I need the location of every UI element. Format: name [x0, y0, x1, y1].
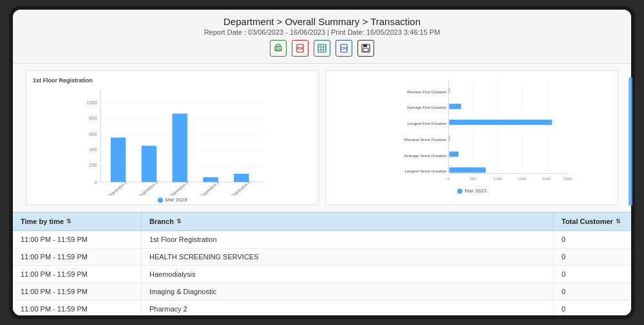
sort-time-icon[interactable]: ⇅	[66, 218, 71, 225]
td-time: 11:00 PM - 11:59 PM	[13, 283, 142, 300]
th-time: Time by time ⇅	[13, 212, 142, 230]
page-title: Department > Overall Summary > Transacti…	[26, 16, 618, 27]
svg-text:600: 600	[89, 131, 97, 137]
svg-text:CSV: CSV	[341, 47, 346, 50]
bar-chart: 0 200 400 600 800 1000	[33, 86, 312, 196]
scrollbar[interactable]	[629, 77, 631, 206]
legend-dot	[158, 198, 163, 203]
th-total-label: Total Customer	[562, 218, 613, 225]
header: Department > Overall Summary > Transacti…	[13, 10, 631, 64]
toolbar: PDF CSV	[26, 40, 618, 57]
charts-area: 1st Floor Registration 0 200 400	[13, 64, 631, 212]
horiz-chart-container: 0 500 1000 1500 2000 2500 Shortest First…	[325, 70, 618, 205]
svg-text:1000: 1000	[86, 100, 97, 106]
sort-total-icon[interactable]: ⇅	[616, 218, 621, 225]
svg-rect-57	[449, 120, 552, 125]
svg-rect-14	[363, 44, 367, 47]
svg-text:0: 0	[94, 180, 97, 185]
svg-rect-34	[173, 114, 187, 182]
svg-text:Registration 1: Registration 1	[108, 180, 128, 196]
print-button[interactable]	[270, 40, 287, 57]
td-time: 11:00 PM - 11:59 PM	[13, 248, 142, 265]
svg-text:0: 0	[448, 176, 450, 181]
svg-text:Shortest First Duration: Shortest First Duration	[407, 89, 447, 94]
device-frame: Department > Overall Summary > Transacti…	[13, 10, 631, 315]
svg-rect-63	[449, 167, 486, 172]
bar-chart-container: 1st Floor Registration 0 200 400	[26, 70, 319, 205]
table-row: 11:00 PM - 11:59 PM Pharmacy 2 0	[13, 301, 631, 315]
svg-rect-6	[318, 44, 326, 52]
svg-rect-53	[449, 88, 450, 93]
svg-rect-15	[363, 48, 368, 51]
table-header: Time by time ⇅ Branch ⇅ Total Customer ⇅	[13, 212, 631, 231]
svg-text:Longest First Duration: Longest First Duration	[408, 121, 447, 125]
svg-text:1500: 1500	[518, 176, 527, 181]
svg-text:Registration 5: Registration 5	[231, 180, 251, 196]
sort-branch-icon[interactable]: ⇅	[176, 218, 182, 225]
save-button[interactable]	[357, 40, 374, 57]
svg-rect-30	[111, 138, 126, 182]
excel-button[interactable]	[314, 40, 330, 57]
csv-button[interactable]: CSV	[336, 40, 352, 57]
svg-text:2500: 2500	[564, 176, 573, 181]
svg-text:500: 500	[469, 176, 477, 181]
svg-rect-32	[142, 145, 156, 181]
td-total: 0	[554, 266, 631, 283]
svg-text:Registration 4: Registration 4	[200, 180, 220, 196]
svg-rect-2	[276, 49, 280, 51]
td-total: 0	[554, 283, 631, 300]
td-total: 0	[554, 301, 631, 315]
svg-text:1000: 1000	[493, 176, 502, 181]
svg-text:2000: 2000	[542, 176, 551, 181]
report-subtitle: Report Date : 03/06/2023 - 16/06/2023 | …	[26, 28, 618, 36]
svg-rect-55	[449, 104, 461, 109]
td-branch: HEALTH SCREENING SERVICES	[142, 248, 554, 265]
td-time: 11:00 PM - 11:59 PM	[13, 231, 142, 248]
td-total: 0	[554, 231, 631, 248]
td-branch: Imaging & Diagnostic	[142, 283, 554, 300]
bar-chart-legend: Mar 2023	[33, 197, 312, 203]
horiz-chart-legend-label: Mar 2023	[465, 188, 487, 194]
td-total: 0	[554, 248, 631, 265]
td-branch: 1st Floor Registration	[142, 231, 554, 248]
table-body: 11:00 PM - 11:59 PM 1st Floor Registrati…	[13, 231, 631, 315]
svg-text:200: 200	[89, 162, 97, 168]
td-branch: Haemodialysis	[142, 266, 554, 283]
svg-rect-61	[449, 151, 458, 156]
svg-text:Average Serve Duration: Average Serve Duration	[404, 153, 447, 158]
table-row: 11:00 PM - 11:59 PM Haemodialysis 0	[13, 266, 631, 283]
table-row: 11:00 PM - 11:59 PM 1st Floor Registrati…	[13, 231, 631, 248]
svg-text:Shortest Serve Duration: Shortest Serve Duration	[404, 137, 446, 142]
svg-rect-1	[276, 44, 280, 47]
svg-rect-59	[449, 136, 450, 141]
td-time: 11:00 PM - 11:59 PM	[13, 301, 142, 315]
bar-chart-title: 1st Floor Registration	[33, 77, 312, 84]
horiz-chart: 0 500 1000 1500 2000 2500 Shortest First…	[332, 77, 611, 187]
td-time: 11:00 PM - 11:59 PM	[13, 266, 142, 283]
svg-text:Longest Serve Duration: Longest Serve Duration	[404, 169, 446, 173]
th-branch-label: Branch	[149, 218, 174, 225]
main-content: 1st Floor Registration 0 200 400	[13, 64, 631, 315]
pdf-button[interactable]: PDF	[292, 40, 308, 57]
th-total: Total Customer ⇅	[554, 212, 631, 230]
svg-text:400: 400	[89, 147, 97, 153]
horiz-legend-dot	[457, 189, 462, 194]
table-row: 11:00 PM - 11:59 PM HEALTH SCREENING SER…	[13, 248, 631, 266]
table-area: Time by time ⇅ Branch ⇅ Total Customer ⇅…	[13, 212, 631, 315]
table-row: 11:00 PM - 11:59 PM Imaging & Diagnostic…	[13, 283, 631, 301]
horiz-chart-legend: Mar 2023	[332, 188, 611, 194]
svg-text:800: 800	[89, 115, 97, 121]
svg-point-3	[276, 48, 276, 48]
svg-text:Registration 3: Registration 3	[169, 180, 189, 196]
td-branch: Pharmacy 2	[142, 301, 554, 315]
bar-chart-legend-label: Mar 2023	[166, 197, 187, 203]
th-time-label: Time by time	[21, 218, 64, 225]
svg-text:PDF: PDF	[297, 46, 303, 50]
svg-text:Registration 2: Registration 2	[138, 180, 158, 196]
th-branch: Branch ⇅	[142, 212, 554, 230]
svg-text:Average First Duration: Average First Duration	[407, 105, 447, 109]
